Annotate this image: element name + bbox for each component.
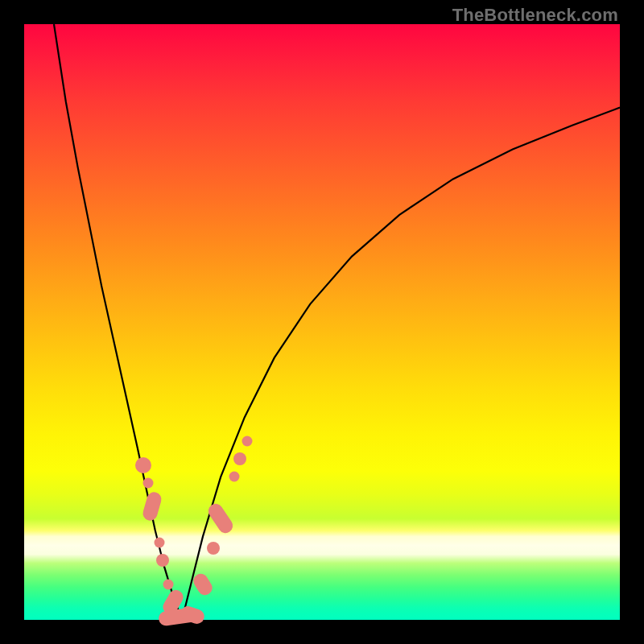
curve-dot bbox=[242, 436, 252, 447]
chart-frame: TheBottleneck.com bbox=[0, 0, 644, 644]
curve-dot bbox=[233, 452, 246, 465]
curve-dot bbox=[156, 554, 169, 567]
curve-dot bbox=[229, 472, 240, 482]
curve-left-branch bbox=[54, 24, 182, 620]
curve-dot bbox=[163, 579, 174, 589]
curve-dot bbox=[154, 537, 164, 547]
watermark-text: TheBottleneck.com bbox=[452, 5, 618, 26]
curve-right-branch bbox=[182, 108, 620, 620]
curve-svg bbox=[24, 24, 620, 620]
curve-dot bbox=[142, 477, 153, 488]
curve-dot bbox=[207, 542, 220, 555]
curve-dot bbox=[135, 457, 151, 473]
